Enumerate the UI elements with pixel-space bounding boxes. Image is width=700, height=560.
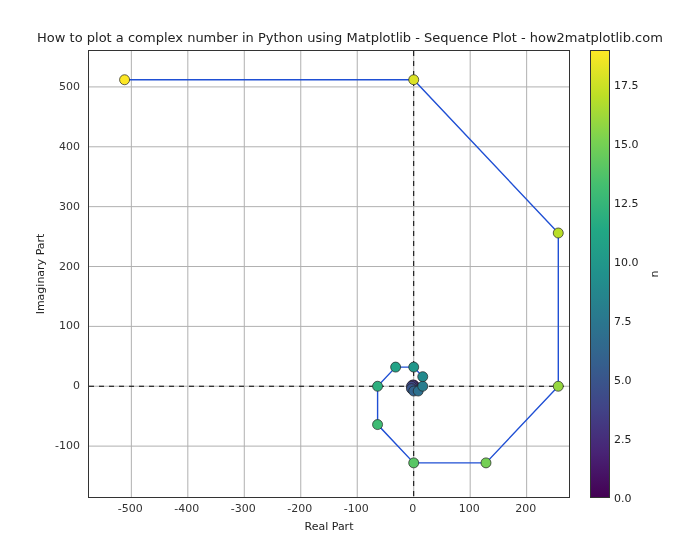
x-tick: -300	[231, 502, 256, 515]
axes-area	[88, 50, 570, 498]
colorbar-tick: 0.0	[614, 492, 632, 505]
marker	[481, 458, 491, 468]
x-tick: -500	[118, 502, 143, 515]
y-tick: 300	[59, 199, 80, 212]
x-axis-label: Real Part	[88, 520, 570, 533]
scatter-markers	[120, 75, 564, 468]
marker	[409, 458, 419, 468]
marker	[553, 228, 563, 238]
marker	[409, 75, 419, 85]
marker	[409, 362, 419, 372]
colorbar-tick: 17.5	[614, 79, 639, 92]
y-tick: 500	[59, 79, 80, 92]
colorbar-tick: 5.0	[614, 374, 632, 387]
y-tick: 100	[59, 319, 80, 332]
colorbar-tick: 2.5	[614, 433, 632, 446]
x-tick: 200	[515, 502, 536, 515]
x-tick: -400	[174, 502, 199, 515]
grid	[89, 51, 569, 497]
plot-svg	[89, 51, 569, 497]
colorbar-tick: 10.0	[614, 256, 639, 269]
marker	[418, 372, 428, 382]
colorbar-gradient	[591, 51, 609, 497]
chart-title: How to plot a complex number in Python u…	[0, 30, 700, 45]
y-tick: 0	[73, 379, 80, 392]
marker	[553, 381, 563, 391]
y-tick: 200	[59, 259, 80, 272]
marker	[373, 381, 383, 391]
x-tick: 100	[459, 502, 480, 515]
x-tick: 0	[409, 502, 416, 515]
colorbar-tick: 15.0	[614, 138, 639, 151]
colorbar	[590, 50, 610, 498]
colorbar-tick: 12.5	[614, 197, 639, 210]
x-tick: -200	[287, 502, 312, 515]
y-tick: -100	[55, 439, 80, 452]
marker	[120, 75, 130, 85]
marker	[418, 381, 428, 391]
sequence-line	[125, 80, 559, 463]
origin-lines	[89, 51, 569, 497]
colorbar-tick: 7.5	[614, 315, 632, 328]
marker	[373, 420, 383, 430]
figure: How to plot a complex number in Python u…	[0, 0, 700, 560]
y-tick: 400	[59, 139, 80, 152]
marker	[391, 362, 401, 372]
x-tick: -100	[344, 502, 369, 515]
